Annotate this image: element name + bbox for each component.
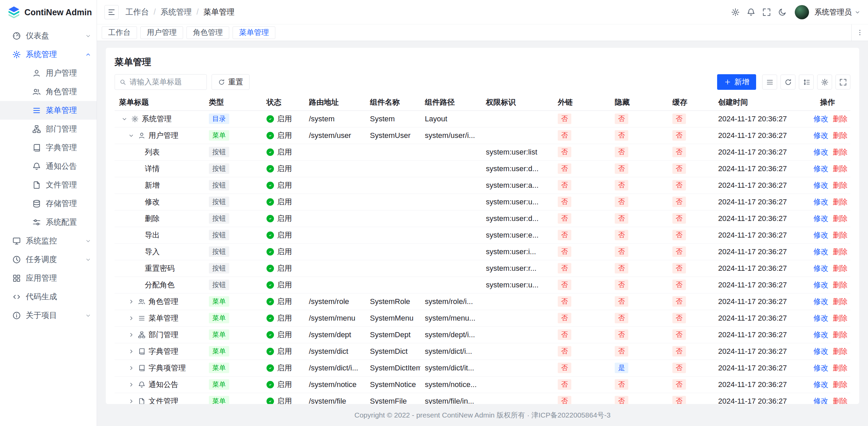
sidebar-collapse-button[interactable] [104, 5, 119, 19]
delete-link[interactable]: 删除 [833, 247, 848, 256]
edit-link[interactable]: 修改 [813, 347, 828, 356]
edit-link[interactable]: 修改 [813, 198, 828, 206]
status-enabled: 启用 [267, 346, 292, 357]
expand-row-icon[interactable] [127, 398, 135, 404]
table-row: 修改按钮启用system:user:u...否否否2024-11-17 20:3… [115, 194, 850, 210]
tab-菜单管理[interactable]: 菜单管理 [233, 26, 275, 39]
menu-title: 修改 [145, 197, 160, 207]
delete-link[interactable]: 删除 [833, 347, 848, 356]
created-time-cell: 2024-11-17 20:36:27 [714, 227, 805, 243]
collapse-row-icon[interactable] [127, 132, 135, 139]
edit-link[interactable]: 修改 [813, 247, 828, 256]
edit-link[interactable]: 修改 [813, 330, 828, 339]
refresh-table-button[interactable] [781, 75, 795, 89]
sidebar-item-文件管理[interactable]: 文件管理 [0, 176, 97, 194]
breadcrumb-item[interactable]: 工作台 [125, 7, 149, 17]
delete-link[interactable]: 删除 [833, 164, 848, 173]
edit-link[interactable]: 修改 [813, 148, 828, 156]
created-time-cell: 2024-11-17 20:36:27 [714, 160, 805, 177]
delete-link[interactable]: 删除 [833, 264, 848, 272]
expand-row-icon[interactable] [127, 298, 135, 305]
breadcrumb-item[interactable]: 系统管理 [160, 7, 192, 17]
delete-link[interactable]: 删除 [833, 297, 848, 306]
delete-link[interactable]: 删除 [833, 214, 848, 223]
tab-工作台[interactable]: 工作台 [102, 26, 137, 39]
expand-row-icon[interactable] [127, 381, 135, 388]
delete-link[interactable]: 删除 [833, 330, 848, 339]
delete-link[interactable]: 删除 [833, 148, 848, 156]
row-height-button[interactable] [799, 75, 814, 89]
sidebar-item-应用管理[interactable]: 应用管理 [0, 269, 97, 287]
expand-row-icon[interactable] [127, 348, 135, 355]
tab-用户管理[interactable]: 用户管理 [140, 26, 183, 39]
column-settings-button[interactable] [817, 75, 832, 89]
logo[interactable]: ContiNew Admin [0, 0, 97, 24]
permission-cell [481, 343, 553, 360]
dark-mode-button[interactable] [774, 4, 790, 20]
search-input[interactable] [130, 78, 202, 86]
user-name[interactable]: 系统管理员 [814, 7, 852, 17]
delete-link[interactable]: 删除 [833, 281, 848, 289]
edit-link[interactable]: 修改 [813, 214, 828, 223]
view-rows-button[interactable] [762, 75, 777, 89]
edit-link[interactable]: 修改 [813, 364, 828, 372]
tab-角色管理[interactable]: 角色管理 [186, 26, 229, 39]
add-button[interactable]: 新增 [717, 74, 756, 90]
delete-link[interactable]: 删除 [833, 115, 848, 123]
edit-link[interactable]: 修改 [813, 397, 828, 404]
edit-link[interactable]: 修改 [813, 164, 828, 173]
sidebar-item-系统监控[interactable]: 系统监控 [0, 231, 97, 250]
notifications-button[interactable] [743, 4, 759, 20]
delete-link[interactable]: 删除 [833, 131, 848, 140]
delete-link[interactable]: 删除 [833, 364, 848, 372]
line-height-icon [803, 78, 810, 86]
sidebar-item-系统管理[interactable]: 系统管理 [0, 45, 97, 64]
edit-link[interactable]: 修改 [813, 231, 828, 239]
sidebar-item-角色管理[interactable]: 角色管理 [0, 82, 97, 101]
sidebar-item-用户管理[interactable]: 用户管理 [0, 64, 97, 82]
edit-link[interactable]: 修改 [813, 314, 828, 322]
expand-row-icon[interactable] [127, 364, 135, 372]
delete-link[interactable]: 删除 [833, 314, 848, 322]
sidebar-item-通知公告[interactable]: 通知公告 [0, 157, 97, 176]
sidebar-item-部门管理[interactable]: 部门管理 [0, 120, 97, 138]
sidebar-item-菜单管理[interactable]: 菜单管理 [0, 101, 97, 120]
permission-cell [481, 127, 553, 144]
info-icon [12, 311, 21, 320]
edit-link[interactable]: 修改 [813, 131, 828, 140]
sidebar-item-系统配置[interactable]: 系统配置 [0, 213, 97, 231]
delete-link[interactable]: 删除 [833, 181, 848, 189]
expand-row-icon[interactable] [127, 315, 135, 322]
delete-link[interactable]: 删除 [833, 380, 848, 389]
tab-more-button[interactable] [851, 24, 868, 41]
collapse-row-icon[interactable] [121, 115, 128, 123]
sidebar-item-代码生成[interactable]: 代码生成 [0, 287, 97, 306]
edit-link[interactable]: 修改 [813, 380, 828, 389]
delete-link[interactable]: 删除 [833, 198, 848, 206]
expand-row-icon[interactable] [127, 331, 135, 339]
reset-button[interactable]: 重置 [212, 74, 250, 90]
permission-cell [481, 360, 553, 376]
delete-link[interactable]: 删除 [833, 231, 848, 239]
sidebar-item-仪表盘[interactable]: 仪表盘 [0, 26, 97, 45]
type-tag: 按钮 [209, 246, 229, 257]
created-time-cell: 2024-11-17 20:36:27 [714, 343, 805, 360]
sidebar-item-任务调度[interactable]: 任务调度 [0, 250, 97, 269]
sidebar-item-存储管理[interactable]: 存储管理 [0, 194, 97, 213]
avatar[interactable] [795, 5, 809, 19]
fullscreen-button[interactable] [759, 4, 774, 20]
edit-link[interactable]: 修改 [813, 264, 828, 272]
component-path-cell: Layout [420, 110, 481, 127]
chevron-down-icon [85, 33, 91, 39]
edit-link[interactable]: 修改 [813, 297, 828, 306]
table-fullscreen-button[interactable] [835, 75, 850, 89]
edit-link[interactable]: 修改 [813, 281, 828, 289]
chevron-down-icon[interactable] [854, 9, 861, 15]
sidebar-item-关于项目[interactable]: 关于项目 [0, 306, 97, 325]
sidebar-item-字典管理[interactable]: 字典管理 [0, 138, 97, 157]
delete-link[interactable]: 删除 [833, 397, 848, 404]
edit-link[interactable]: 修改 [813, 181, 828, 189]
edit-link[interactable]: 修改 [813, 115, 828, 123]
created-time-cell: 2024-11-17 20:36:27 [714, 177, 805, 194]
settings-button[interactable] [728, 4, 743, 20]
